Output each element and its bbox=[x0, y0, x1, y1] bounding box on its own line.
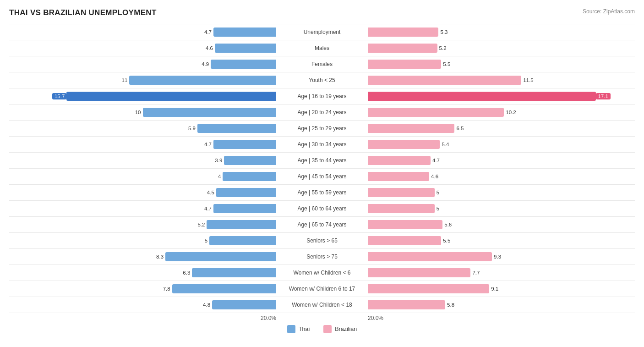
brazilian-bar bbox=[368, 44, 437, 53]
thai-bar bbox=[215, 44, 276, 53]
row-label: Seniors > 65 bbox=[276, 237, 368, 244]
chart-row: 15.7 Age | 16 to 19 years 17.1 bbox=[9, 88, 635, 104]
chart-row: 4.8 Women w/ Children < 18 5.8 bbox=[9, 297, 635, 313]
right-bar-area: 5.4 bbox=[368, 138, 635, 151]
right-bar-area: 5.5 bbox=[368, 58, 635, 71]
thai-bar bbox=[212, 300, 276, 309]
row-label: Age | 45 to 54 years bbox=[276, 173, 368, 180]
chart-source: Source: ZipAtlas.com bbox=[583, 8, 635, 15]
brazilian-value: 5.5 bbox=[441, 238, 450, 243]
left-bar-area: 4.5 bbox=[9, 186, 276, 199]
brazilian-bar bbox=[368, 124, 454, 133]
chart-title: THAI VS BRAZILIAN UNEMPLOYMENT bbox=[9, 8, 157, 17]
brazilian-bar bbox=[368, 284, 489, 293]
chart-body: 4.7 Unemployment 5.3 4.6 Males 5.2 4.9 bbox=[9, 24, 635, 313]
row-label: Unemployment bbox=[276, 29, 368, 35]
chart-container: THAI VS BRAZILIAN UNEMPLOYMENT Source: Z… bbox=[0, 0, 644, 338]
chart-row: 3.9 Age | 35 to 44 years 4.7 bbox=[9, 152, 635, 168]
left-bar-area: 4.6 bbox=[9, 42, 276, 55]
thai-value: 5.2 bbox=[197, 222, 207, 227]
brazilian-bar bbox=[368, 188, 435, 197]
axis-left-value: 20.0% bbox=[261, 315, 276, 321]
row-label: Age | 60 to 64 years bbox=[276, 205, 368, 212]
legend: Thai Brazilian bbox=[9, 325, 635, 333]
legend-thai: Thai bbox=[287, 325, 310, 333]
row-label: Youth < 25 bbox=[276, 77, 368, 83]
brazilian-bar bbox=[368, 268, 470, 277]
row-inner: 4.5 Age | 55 to 59 years 5 bbox=[9, 185, 635, 200]
right-bar-area: 4.7 bbox=[368, 154, 635, 167]
chart-row: 6.3 Women w/ Children < 6 7.7 bbox=[9, 264, 635, 281]
right-bar-area: 5 bbox=[368, 186, 635, 199]
chart-row: 11 Youth < 25 11.5 bbox=[9, 72, 635, 88]
right-bar-area: 5.2 bbox=[368, 42, 635, 55]
left-bar-area: 4 bbox=[9, 170, 276, 183]
left-bar-area: 15.7 bbox=[9, 90, 276, 103]
brazilian-bar bbox=[368, 252, 492, 261]
left-bar-area: 5.2 bbox=[9, 218, 276, 231]
left-bar-area: 6.3 bbox=[9, 266, 276, 279]
thai-bar bbox=[192, 268, 276, 277]
brazilian-bar bbox=[368, 28, 438, 37]
left-bar-area: 4.7 bbox=[9, 26, 276, 39]
right-bar-area: 9.3 bbox=[368, 250, 635, 263]
thai-value: 4.6 bbox=[206, 45, 215, 51]
row-inner: 11 Youth < 25 11.5 bbox=[9, 72, 635, 88]
thai-value: 5.9 bbox=[188, 126, 197, 131]
right-bar-area: 11.5 bbox=[368, 74, 635, 87]
thai-value: 3.9 bbox=[215, 158, 224, 163]
chart-row: 10 Age | 20 to 24 years 10.2 bbox=[9, 104, 635, 120]
left-bar-area: 5.9 bbox=[9, 122, 276, 135]
row-inner: 5.2 Age | 65 to 74 years 5.6 bbox=[9, 217, 635, 232]
legend-thai-box bbox=[287, 325, 295, 333]
legend-brazilian: Brazilian bbox=[323, 325, 357, 333]
chart-row: 4 Age | 45 to 54 years 4.6 bbox=[9, 168, 635, 184]
row-label: Age | 20 to 24 years bbox=[276, 109, 368, 116]
thai-bar bbox=[66, 92, 276, 101]
thai-value: 11 bbox=[122, 77, 130, 83]
axis-left: 20.0% bbox=[9, 315, 276, 321]
axis-row: 20.0% 20.0% bbox=[9, 315, 635, 321]
brazilian-value: 7.7 bbox=[470, 270, 480, 275]
row-inner: 4 Age | 45 to 54 years 4.6 bbox=[9, 169, 635, 184]
row-inner: 6.3 Women w/ Children < 6 7.7 bbox=[9, 265, 635, 281]
thai-value: 4.7 bbox=[204, 29, 213, 35]
row-inner: 15.7 Age | 16 to 19 years 17.1 bbox=[9, 88, 635, 104]
right-bar-area: 17.1 bbox=[368, 90, 635, 103]
row-label: Females bbox=[276, 61, 368, 67]
thai-bar bbox=[197, 124, 276, 133]
left-bar-area: 10 bbox=[9, 106, 276, 119]
thai-bar bbox=[216, 188, 276, 197]
left-bar-area: 4.7 bbox=[9, 138, 276, 151]
brazilian-value: 5.4 bbox=[440, 142, 449, 147]
right-bar-area: 5.8 bbox=[368, 298, 635, 311]
brazilian-bar bbox=[368, 172, 429, 181]
thai-bar bbox=[209, 236, 276, 245]
brazilian-value: 10.2 bbox=[504, 110, 516, 115]
right-bar-area: 6.5 bbox=[368, 122, 635, 135]
thai-bar bbox=[213, 204, 276, 213]
thai-value: 15.7 bbox=[52, 93, 66, 99]
thai-value: 5 bbox=[205, 238, 209, 243]
right-bar-area: 7.7 bbox=[368, 266, 635, 279]
axis-right: 20.0% bbox=[368, 315, 635, 321]
brazilian-value: 5 bbox=[435, 190, 439, 195]
right-bar-area: 10.2 bbox=[368, 106, 635, 119]
brazilian-bar bbox=[368, 60, 441, 69]
row-label: Women w/ Children < 6 bbox=[276, 270, 368, 276]
thai-bar bbox=[165, 252, 276, 261]
row-inner: 8.3 Seniors > 75 9.3 bbox=[9, 249, 635, 264]
chart-row: 4.5 Age | 55 to 59 years 5 bbox=[9, 184, 635, 200]
chart-row: 5.2 Age | 65 to 74 years 5.6 bbox=[9, 216, 635, 232]
thai-bar bbox=[224, 156, 276, 165]
row-inner: 10 Age | 20 to 24 years 10.2 bbox=[9, 105, 635, 120]
row-label: Age | 16 to 19 years bbox=[276, 93, 368, 99]
brazilian-value: 9.3 bbox=[492, 254, 501, 259]
left-bar-area: 7.8 bbox=[9, 282, 276, 295]
row-inner: 4.6 Males 5.2 bbox=[9, 40, 635, 56]
brazilian-value: 5.6 bbox=[442, 222, 452, 227]
left-bar-area: 3.9 bbox=[9, 154, 276, 167]
thai-bar bbox=[211, 60, 276, 69]
row-label: Age | 25 to 29 years bbox=[276, 125, 368, 132]
row-inner: 4.7 Age | 60 to 64 years 5 bbox=[9, 201, 635, 216]
